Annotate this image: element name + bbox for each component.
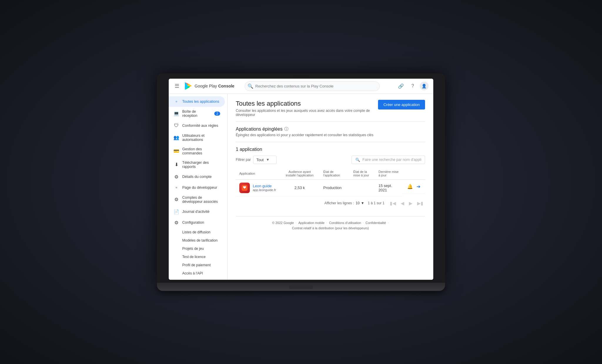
- next-page-button[interactable]: ▶: [407, 199, 414, 207]
- activity-icon: 📄: [173, 209, 179, 215]
- section-divider-2: [236, 142, 425, 142]
- last-update-cell: 15 sept. 2021: [375, 179, 402, 196]
- pinned-info-icon[interactable]: ⓘ: [284, 127, 288, 132]
- first-page-button[interactable]: ▮◀: [388, 199, 398, 207]
- copyright: © 2022 Google: [272, 221, 294, 225]
- compliance-icon: 🛡: [173, 123, 179, 128]
- inbox-badge: 2: [214, 112, 220, 116]
- sidebar-item-dev-page[interactable]: ▫ Page du développeur: [169, 182, 225, 193]
- sub-item-label: Listes de diffusion: [182, 230, 210, 234]
- app-icon: [239, 183, 250, 193]
- orders-icon: 💳: [173, 148, 179, 154]
- app-search-box: 🔍: [352, 156, 425, 164]
- footer-link-contract[interactable]: Contrat relatif à la distribution (pour …: [292, 226, 369, 230]
- sidebar-item-orders[interactable]: 💳 Gestion des commandes: [169, 144, 225, 158]
- table-header: Application Audience ayant installé l'ap…: [236, 168, 425, 180]
- col-actions: [402, 168, 425, 180]
- footer-dot: ·: [326, 221, 327, 225]
- sidebar-item-label: Boîte de réception: [182, 109, 211, 118]
- section-divider: [236, 122, 425, 122]
- sidebar-item-account[interactable]: ⚙ Détails du compte: [169, 171, 225, 182]
- search-bar: 🔍: [245, 81, 380, 91]
- header-actions: 🔗 ? 👤: [396, 81, 429, 91]
- app-search-icon: 🔍: [355, 158, 360, 162]
- footer-link-terms[interactable]: Conditions d'utilisation: [329, 221, 361, 225]
- main-layout: ▫ Toutes les applications 💻 Boîte de réc…: [169, 94, 433, 280]
- sidebar-item-config[interactable]: ⚙ Configuration: [169, 217, 225, 228]
- chevron-down-icon: ▼: [361, 201, 364, 205]
- sidebar-item-label: Gestion des commandes: [182, 147, 220, 155]
- sidebar: ▫ Toutes les applications 💻 Boîte de réc…: [169, 94, 228, 280]
- link-icon: 🔗: [398, 83, 404, 89]
- rows-per-page: Afficher les lignes : 10 ▼: [325, 201, 364, 205]
- prev-page-button[interactable]: ◀: [399, 199, 406, 207]
- pinned-section-title: Applications épinglées ⓘ: [236, 127, 425, 132]
- app-search-input[interactable]: [362, 158, 421, 162]
- sidebar-sub-item-distribution-lists[interactable]: Listes de diffusion: [169, 228, 227, 236]
- sidebar-sub-item-pricing-models[interactable]: Modèles de tarification: [169, 236, 227, 245]
- help-icon-button[interactable]: ?: [408, 81, 417, 91]
- help-icon: ?: [412, 83, 414, 89]
- pinned-subtitle: Épinglez des applications ici pour y acc…: [236, 133, 425, 137]
- laptop-base: [157, 283, 445, 291]
- sidebar-item-label: Toutes les applications: [182, 100, 220, 104]
- footer-link-privacy[interactable]: Confidentialité: [365, 221, 386, 225]
- filter-value: Tout: [256, 158, 264, 162]
- app-name-text[interactable]: Leon guide: [253, 184, 276, 188]
- sidebar-item-compliance[interactable]: 🛡 Conformité aux règles: [169, 120, 225, 131]
- sub-item-label: Test de licence: [182, 255, 205, 259]
- laptop-trackpad: [289, 285, 313, 289]
- app-state-cell: Production: [320, 179, 350, 196]
- pinned-title-text: Applications épinglées: [236, 127, 282, 132]
- footer-dot: ·: [296, 221, 297, 225]
- sub-item-label: Modèles de tarification: [182, 238, 218, 242]
- search-input[interactable]: [245, 81, 380, 91]
- logo[interactable]: Google Play Console: [184, 82, 234, 90]
- inbox-icon: 💻: [173, 111, 179, 116]
- sidebar-item-all-apps[interactable]: ▫ Toutes les applications: [169, 96, 225, 107]
- col-update-state: État de la mise à jour: [350, 168, 375, 180]
- reports-icon: ⬇: [173, 162, 179, 167]
- rows-per-page-select[interactable]: 10 ▼: [356, 201, 364, 205]
- link-icon-button[interactable]: 🔗: [396, 81, 406, 91]
- sidebar-sub-item-license-test[interactable]: Test de licence: [169, 253, 227, 261]
- pagination-range: 1 à 1 sur 1: [368, 201, 384, 205]
- sidebar-sub-item-payment-profile[interactable]: Profil de paiement: [169, 261, 227, 269]
- table-row: Leon guide app.leonguide.fr 2,53 k Produ…: [236, 179, 425, 196]
- filter-row: Filtrer par Tout ▼ 🔍: [236, 156, 425, 164]
- filter-select[interactable]: Tout ▼: [253, 156, 277, 164]
- create-app-button[interactable]: Créer une application: [378, 100, 425, 109]
- sidebar-item-inbox[interactable]: 💻 Boîte de réception 2: [169, 107, 225, 120]
- sidebar-sub-item-game-projects[interactable]: Projets de jeu: [169, 245, 227, 253]
- footer-link-mobile[interactable]: Application mobile: [298, 221, 325, 225]
- navigate-arrow-button[interactable]: ➔: [415, 183, 422, 191]
- filter-group: Filtrer par Tout ▼: [236, 156, 277, 164]
- sidebar-item-reports[interactable]: ⬇ Télécharger des rapports: [169, 158, 225, 171]
- content-area: Toutes les applications Consulter les ap…: [228, 94, 433, 280]
- account-icon: ⚙: [173, 174, 179, 180]
- sidebar-item-label: Utilisateurs et autorisations: [182, 134, 220, 142]
- dev-accounts-icon: ⚙: [173, 197, 179, 202]
- footer-dot: ·: [363, 221, 364, 225]
- logo-text: Google Play Console: [195, 84, 234, 88]
- sidebar-item-activity[interactable]: 📄 Journal d'activité: [169, 206, 225, 217]
- app-icon-svg: [241, 184, 248, 191]
- apps-count-title: 1 application: [236, 147, 425, 152]
- page-footer: © 2022 Google · Application mobile · Con…: [236, 216, 425, 232]
- avatar[interactable]: 👤: [420, 82, 429, 90]
- sidebar-item-dev-accounts[interactable]: ⚙ Comptes de développeur associés: [169, 193, 225, 206]
- sidebar-item-users[interactable]: 👥 Utilisateurs et autorisations: [169, 131, 225, 144]
- menu-icon[interactable]: ☰: [173, 82, 180, 90]
- apps-table: Application Audience ayant installé l'ap…: [236, 168, 425, 196]
- sub-item-label: Accès à l'API: [182, 271, 203, 275]
- sidebar-item-label: Conformité aux règles: [182, 124, 220, 128]
- page-header-text: Toutes les applications Consulter les ap…: [236, 100, 378, 117]
- col-app: Application: [236, 168, 280, 180]
- notification-icon-button[interactable]: 🔔: [406, 183, 414, 191]
- last-page-button[interactable]: ▶▮: [415, 199, 425, 207]
- search-icon: 🔍: [248, 83, 253, 89]
- sidebar-sub-item-api-access[interactable]: Accès à l'API: [169, 269, 227, 277]
- app-package: app.leonguide.fr: [253, 188, 276, 192]
- pagination-buttons: ▮◀ ◀ ▶ ▶▮: [388, 199, 425, 207]
- all-apps-icon: ▫: [173, 99, 179, 104]
